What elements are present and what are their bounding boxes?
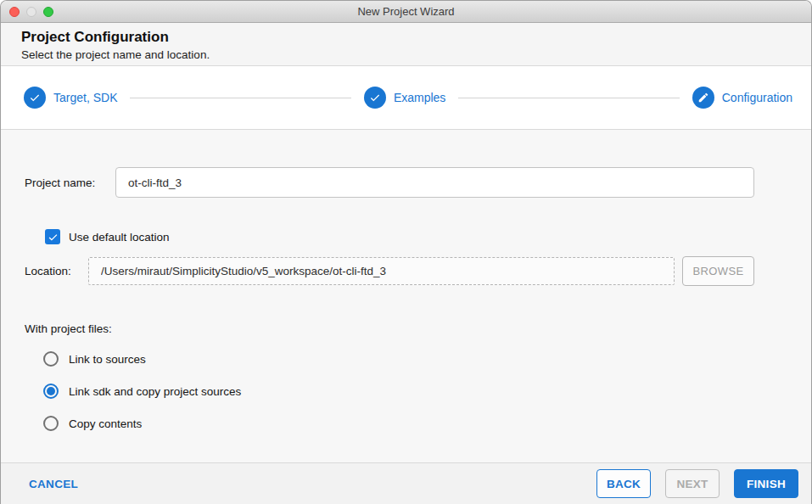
radio-label: Link sdk and copy project sources [69, 385, 241, 398]
location-row: Location: BROWSE [25, 256, 754, 286]
location-label: Location: [25, 265, 88, 277]
window-title: New Project Wizard [357, 5, 454, 18]
radio-copy-contents[interactable]: Copy contents [25, 416, 754, 431]
radio-icon[interactable] [43, 416, 59, 431]
radio-selected-icon[interactable] [43, 384, 59, 399]
zoom-window-button[interactable] [43, 7, 53, 17]
wizard-footer: CANCEL BACK NEXT FINISH [1, 462, 811, 504]
page-subtitle: Select the project name and location. [21, 48, 791, 61]
check-icon [24, 87, 46, 109]
use-default-location-row[interactable]: Use default location [25, 229, 754, 244]
with-project-files-label: With project files: [25, 322, 754, 335]
step-target-sdk[interactable]: Target, SDK [24, 87, 117, 109]
step-label: Configuration [722, 91, 792, 104]
use-default-location-label: Use default location [69, 231, 170, 244]
radio-label: Copy contents [69, 417, 142, 430]
configuration-form: Project name: Use default location Locat… [1, 130, 811, 462]
step-label: Target, SDK [53, 91, 117, 104]
project-name-label: Project name: [25, 176, 115, 189]
new-project-wizard-dialog: New Project Wizard Project Configuration… [0, 0, 812, 504]
step-connector [130, 98, 350, 98]
finish-button[interactable]: FINISH [734, 469, 798, 498]
location-input[interactable] [88, 257, 675, 285]
step-connector [458, 98, 679, 98]
minimize-window-button[interactable] [26, 7, 36, 17]
pencil-icon [692, 87, 714, 109]
check-icon [364, 87, 386, 109]
page-title: Project Configuration [21, 29, 791, 46]
titlebar: New Project Wizard [1, 1, 811, 23]
use-default-location-checkbox[interactable] [45, 229, 60, 244]
cancel-button[interactable]: CANCEL [29, 478, 78, 490]
browse-button[interactable]: BROWSE [682, 256, 754, 286]
radio-link-sdk-copy-sources[interactable]: Link sdk and copy project sources [25, 384, 754, 399]
back-button[interactable]: BACK [596, 469, 651, 498]
step-examples[interactable]: Examples [364, 87, 445, 109]
wizard-stepper: Target, SDK Examples Configuration [1, 66, 811, 130]
radio-icon[interactable] [43, 351, 59, 367]
step-label: Examples [394, 91, 445, 104]
project-name-input[interactable] [115, 167, 754, 198]
wizard-header: Project Configuration Select the project… [1, 23, 811, 66]
radio-label: Link to sources [69, 353, 146, 366]
next-button[interactable]: NEXT [665, 469, 720, 498]
step-configuration[interactable]: Configuration [692, 87, 792, 109]
close-window-button[interactable] [9, 7, 20, 17]
footer-buttons: BACK NEXT FINISH [596, 469, 798, 498]
traffic-lights [9, 7, 53, 17]
project-name-row: Project name: [25, 167, 754, 198]
radio-link-to-sources[interactable]: Link to sources [25, 351, 754, 367]
